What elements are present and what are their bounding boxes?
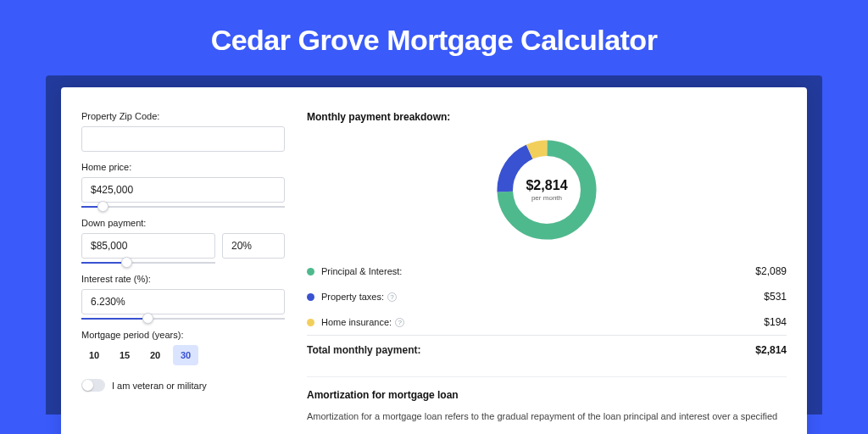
amortization-title: Amortization for mortgage loan [307, 389, 787, 401]
swatch-icon [307, 268, 314, 275]
legend-label: Home insurance: [321, 317, 392, 327]
breakdown-title: Monthly payment breakdown: [307, 111, 787, 123]
zip-input[interactable] [81, 126, 285, 152]
help-icon[interactable]: ? [395, 318, 404, 327]
interest-rate-input[interactable] [81, 289, 285, 314]
donut-center-sub: per month [531, 194, 562, 202]
veteran-toggle[interactable] [81, 379, 105, 392]
slider-thumb[interactable] [142, 313, 153, 324]
down-payment-slider[interactable] [81, 262, 215, 264]
mortgage-period-label: Mortgage period (years): [81, 330, 290, 340]
down-payment-label: Down payment: [81, 218, 290, 228]
legend-value: $2,089 [755, 265, 787, 277]
legend-label: Principal & Interest: [321, 266, 755, 276]
swatch-icon [307, 319, 314, 326]
interest-rate-slider[interactable] [81, 318, 285, 320]
donut-svg: $2,814 per month [492, 135, 602, 245]
total-value: $2,814 [755, 344, 787, 356]
period-option-20[interactable]: 20 [142, 345, 168, 365]
legend-label: Property taxes: [321, 292, 384, 302]
swatch-icon [307, 293, 314, 301]
donut-chart: $2,814 per month [307, 135, 787, 245]
zip-label: Property Zip Code: [81, 111, 290, 121]
down-payment-amount-input[interactable] [81, 233, 215, 259]
mortgage-period-group: 10 15 20 30 [81, 345, 290, 365]
legend-value: $194 [764, 316, 787, 328]
page-title: Cedar Grove Mortgage Calculator [0, 0, 868, 57]
amortization-text: Amortization for a mortgage loan refers … [307, 409, 787, 424]
home-price-label: Home price: [81, 162, 290, 172]
legend-row-insurance: Home insurance: ? $194 [307, 309, 787, 335]
legend-row-total: Total monthly payment: $2,814 [307, 335, 787, 363]
help-icon[interactable]: ? [387, 292, 397, 302]
interest-rate-label: Interest rate (%): [81, 274, 290, 284]
amortization-card: Amortization for mortgage loan Amortizat… [307, 376, 787, 424]
total-label: Total monthly payment: [307, 344, 755, 356]
calculator-panel: Property Zip Code: Home price: Down paym… [61, 87, 807, 434]
period-option-15[interactable]: 15 [112, 345, 137, 365]
veteran-label: I am veteran or military [112, 381, 207, 391]
legend-value: $531 [764, 291, 787, 303]
down-payment-percent-input[interactable] [222, 233, 285, 259]
home-price-input[interactable] [81, 177, 285, 203]
form-column: Property Zip Code: Home price: Down paym… [61, 87, 290, 434]
toggle-knob [82, 380, 93, 391]
home-price-slider[interactable] [81, 206, 285, 208]
legend-row-taxes: Property taxes: ? $531 [307, 284, 787, 309]
period-option-30[interactable]: 30 [173, 345, 198, 365]
period-option-10[interactable]: 10 [81, 345, 107, 365]
header-band: Property Zip Code: Home price: Down paym… [46, 75, 822, 415]
donut-center-amount: $2,814 [526, 177, 567, 192]
slider-thumb[interactable] [97, 201, 108, 212]
legend-row-principal: Principal & Interest: $2,089 [307, 259, 787, 284]
slider-thumb[interactable] [121, 257, 132, 268]
breakdown-column: Monthly payment breakdown: $2,814 per mo… [290, 87, 807, 434]
